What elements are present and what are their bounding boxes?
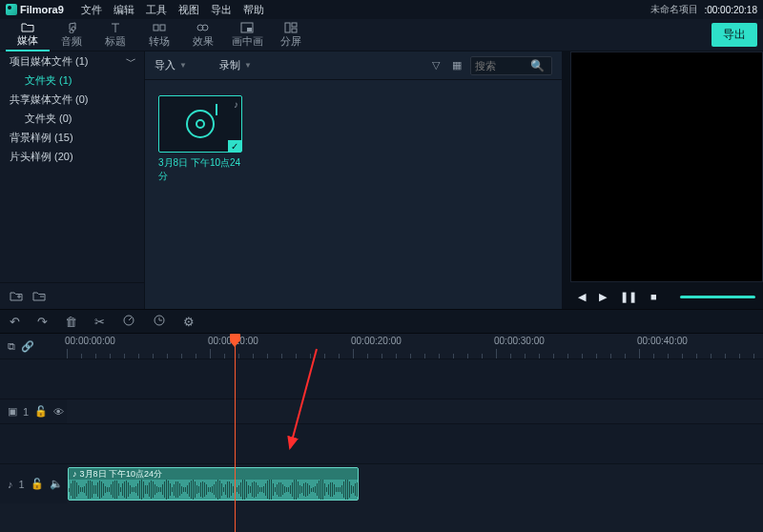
preview-screen [570,51,763,282]
audio-track-index: 1 [19,479,25,490]
tab-media-label: 媒体 [17,33,38,48]
split-icon [284,22,298,33]
project-timecode: :00:00:20:18 [704,5,757,15]
settings-button[interactable]: ⚙ [183,315,195,329]
checkmark-icon: ✓ [228,140,241,152]
sidebar-item-shared-media[interactable]: 共享媒体文件 (0) [0,90,144,109]
grid-view-icon[interactable]: ▦ [449,59,464,72]
chevron-down-icon: ▼ [244,61,252,70]
export-button[interactable]: 导出 [711,23,757,47]
music-note-icon: ♪ [234,99,238,110]
delete-button[interactable]: 🗑 [65,315,77,329]
tab-audio[interactable]: 音频 [50,19,93,51]
sidebar-item-intro-samples[interactable]: 片头样例 (20) [0,147,144,166]
clip-thumbnail[interactable]: ♪ ✓ [158,95,242,153]
menu-tools[interactable]: 工具 [146,3,167,17]
tab-effects[interactable]: 效果 [181,19,225,51]
import-dropdown[interactable]: 导入▼ [155,58,187,72]
tab-pip[interactable]: 画中画 [225,19,269,51]
split-button[interactable]: ✂ [94,315,105,329]
delete-folder-icon[interactable] [32,290,46,303]
tab-title-label: 标题 [105,34,126,49]
link-icon[interactable]: 🔗 [21,340,34,353]
title-icon [109,22,122,33]
lock-icon[interactable]: 🔓 [34,405,48,418]
sidebar-item-project-media[interactable]: 项目媒体文件 (1) ﹀ [0,51,144,71]
music-icon [65,22,78,33]
redo-button[interactable]: ↷ [37,315,48,329]
lock-icon[interactable]: 🔓 [31,478,44,490]
sidebar-item-folder-2[interactable]: 文件夹 (0) [0,109,144,128]
timeline-ruler[interactable]: 00:00:00:0000:00:10:0000:00:20:0000:00:3… [67,334,763,358]
search-input[interactable] [475,60,530,72]
svg-rect-0 [154,25,158,31]
audio-clip[interactable]: ♪3月8日 下午10点24分 [68,467,359,501]
tab-audio-label: 音频 [61,34,82,49]
music-note-icon: ♪ [8,479,13,490]
pause-button[interactable]: ❚❚ [620,291,637,303]
audio-track[interactable]: ♪ 1 🔓 🔈 ♪3月8日 下午10点24分 [0,463,763,503]
sidebar-item-bg-samples[interactable]: 背景样例 (15) [0,128,144,147]
video-track-content[interactable] [67,399,763,423]
effects-icon [196,22,210,33]
video-track[interactable]: ▣ 1 🔓 👁 [0,399,763,423]
menu-help[interactable]: 帮助 [243,3,264,17]
prev-frame-button[interactable]: ◀ [578,291,586,303]
svg-rect-6 [285,23,290,32]
ruler-label: 00:00:00:00 [65,336,115,346]
titlebar-right: 未命名项目 :00:00:20:18 [650,3,757,16]
sidebar-item-count: (15) [54,132,73,143]
filter-icon[interactable]: ▽ [428,59,443,72]
audio-clip-label: 3月8日 下午10点24分 [80,468,163,481]
chevron-down-icon: ﹀ [126,54,136,69]
visibility-icon[interactable]: 👁 [53,406,64,418]
logo-text: Filmora9 [20,4,64,15]
tab-media[interactable]: 媒体 [6,19,50,51]
history-button[interactable] [153,314,166,330]
search-icon[interactable]: 🔍 [530,59,545,72]
sidebar-item-count: (0) [59,113,72,124]
media-panel: 导入▼ 录制▼ ▽ ▦ 🔍 ♪ ✓ 3月8日 下午10点24分 [145,51,563,309]
tab-title[interactable]: 标题 [93,19,137,51]
sidebar-item-label: 项目媒体文件 [10,54,72,69]
record-dropdown[interactable]: 录制▼ [219,58,252,72]
menu-file[interactable]: 文件 [81,3,102,17]
tab-split-label: 分屏 [280,34,301,49]
copy-icon[interactable]: ⧉ [8,340,15,353]
media-toolbar: 导入▼ 录制▼ ▽ ▦ 🔍 [145,51,562,80]
sidebar-item-folder-1[interactable]: 文件夹 (1) [0,71,144,90]
audio-disc-icon [186,110,215,138]
media-grid: ♪ ✓ 3月8日 下午10点24分 [145,80,562,309]
pip-icon [240,22,254,33]
timeline-toolbar: ↶ ↷ 🗑 ✂ ⚙ [0,309,763,334]
seek-bar[interactable] [680,296,755,298]
ruler-label: 00:00:20:00 [351,336,402,346]
tab-transition-label: 转场 [149,34,170,49]
menu-edit[interactable]: 编辑 [113,3,134,17]
speed-button[interactable] [122,314,135,330]
new-folder-icon[interactable] [10,290,23,303]
undo-button[interactable]: ↶ [10,315,20,329]
search-box[interactable]: 🔍 [470,56,552,75]
menu-export[interactable]: 导出 [211,3,232,17]
stop-button[interactable]: ■ [650,291,657,302]
sidebar-item-count: (1) [75,55,88,67]
tab-transition[interactable]: 转场 [137,19,181,51]
video-track-header[interactable]: ▣ 1 🔓 👁 [0,399,67,423]
tab-strip: 媒体 音频 标题 转场 效果 画中画 分屏 导出 [0,19,763,51]
tab-split[interactable]: 分屏 [269,19,313,51]
sidebar-item-count: (20) [54,151,73,162]
video-track-icon: ▣ [8,405,17,418]
menu-view[interactable]: 视图 [178,3,199,17]
tab-pip-label: 画中画 [232,34,263,49]
play-button[interactable]: ▶ [599,291,607,303]
audio-track-header[interactable]: ♪ 1 🔓 🔈 [0,464,67,503]
mute-icon[interactable]: 🔈 [50,478,63,490]
playhead[interactable] [235,334,236,532]
audio-track-content[interactable]: ♪3月8日 下午10点24分 [67,464,763,503]
preview-panel: ◀ ▶ ❚❚ ■ [563,51,763,309]
sidebar-item-count: (1) [59,74,72,86]
svg-rect-7 [292,23,297,27]
transition-icon [153,22,166,33]
media-clip[interactable]: ♪ ✓ 3月8日 下午10点24分 [158,95,242,183]
